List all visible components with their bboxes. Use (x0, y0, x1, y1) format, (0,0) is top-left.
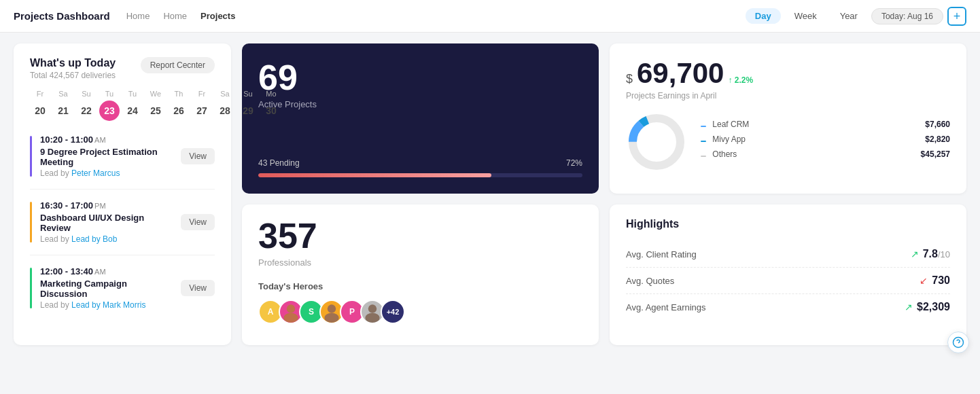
svg-point-4 (283, 313, 298, 323)
highlight-row-quotes: Avg. Quotes ↙ 730 (626, 268, 950, 294)
add-button[interactable]: + (947, 7, 966, 26)
cal-day-28[interactable]: Sa 28 (215, 90, 235, 121)
highlight-value-wrap-earnings: ↗ $2,309 (905, 301, 950, 313)
event-lead-2: Lead by Lead by Bob (40, 234, 173, 244)
avatars-row: A S P +42 (258, 300, 582, 324)
year-filter-button[interactable]: Year (830, 8, 867, 24)
cal-day-num-active: 23 (99, 101, 120, 121)
main-content: 69 Active Projects 43 Pending 72% $ 69,7… (0, 33, 980, 356)
highlight-value-wrap-rating: ↗ 7.8/10 (911, 248, 950, 260)
cal-day-24[interactable]: Tu 24 (122, 90, 143, 121)
event-2: 16:30 - 17:00PM Dashboard UI/UX Design R… (30, 200, 215, 255)
time-filter-group: Day Week Year Today: Aug 16 + (746, 7, 966, 26)
pending-section: 43 Pending 72% (258, 158, 582, 177)
week-filter-button[interactable]: Week (785, 8, 826, 24)
cal-day-name: Su (82, 90, 90, 98)
event-view-button-3[interactable]: View (181, 280, 215, 296)
today-header: What's up Today Total 424,567 deliveries… (30, 57, 215, 80)
earnings-body: Leaf CRM $7,660 Mivy App $2,820 Others (626, 111, 950, 173)
highlight-row-earnings: Avg. Agent Earnings ↗ $2,309 (626, 294, 950, 320)
cal-day-num: 20 (30, 101, 50, 121)
highlights-card: Highlights Avg. Client Rating ↗ 7.8/10 A… (610, 204, 966, 345)
earnings-card: $ 69,700 ↑ 2.2% Projects Earnings in Apr… (610, 43, 966, 194)
nav-link-home1[interactable]: Home (126, 11, 150, 21)
svg-point-7 (368, 304, 377, 312)
progress-bar-background (258, 173, 582, 177)
arrow-down-quotes: ↙ (920, 275, 928, 286)
svg-point-5 (328, 304, 336, 312)
avatar-more: +42 (381, 300, 405, 324)
highlights-title: Highlights (626, 218, 950, 230)
cal-day-name: Tu (105, 90, 113, 98)
highlight-label-quotes: Avg. Quotes (626, 276, 674, 286)
event-time-3: 12:00 - 13:40AM (40, 266, 173, 276)
cal-day-name: Fr (198, 90, 205, 98)
svg-point-3 (287, 304, 295, 312)
legend-item-others: Others $45,257 (701, 149, 950, 159)
legend-name-leaf: Leaf CRM (712, 120, 749, 129)
help-float-button[interactable] (947, 332, 969, 353)
active-projects-label: Active Projects (258, 99, 582, 109)
top-navigation: Projects Dashboard Home Home Projects Da… (0, 0, 980, 33)
cal-day-25[interactable]: We 25 (145, 90, 166, 121)
earnings-amount: 69,700 (637, 57, 724, 90)
whats-up-today-card: What's up Today Total 424,567 deliveries… (14, 43, 231, 345)
report-center-button[interactable]: Report Cecnter (141, 57, 215, 73)
legend-dot-leaf (701, 126, 706, 127)
nav-links: Home Home Projects (126, 11, 735, 21)
cal-day-26[interactable]: Th 26 (169, 90, 189, 121)
event-lead-link-2[interactable]: Lead by Bob (71, 234, 117, 244)
day-filter-button[interactable]: Day (746, 8, 781, 24)
cal-day-20[interactable]: Fr 20 (30, 90, 50, 121)
donut-svg (626, 111, 687, 173)
professionals-number: 357 (258, 218, 582, 253)
cal-day-22[interactable]: Su 22 (76, 90, 97, 121)
legend-dot-mivy (701, 141, 706, 142)
cal-day-name: Fr (37, 90, 43, 98)
event-title-3: Marketing Campaign Discussion (40, 279, 173, 299)
cal-day-23-active[interactable]: Tu 23 (99, 90, 120, 121)
legend-value-others: $45,257 (921, 149, 950, 159)
cal-day-num: 28 (215, 101, 235, 121)
event-lead-link-1[interactable]: Peter Marcus (71, 168, 120, 178)
nav-link-projects[interactable]: Projects (200, 11, 235, 21)
event-lead-1: Lead by Peter Marcus (40, 168, 173, 178)
calendar-row: Fr 20 Sa 21 Su 22 Tu 23 Tu 24 We 25 (30, 90, 215, 121)
highlight-value-quotes: 730 (932, 274, 950, 287)
event-1: 10:20 - 11:00AM 9 Degree Project Estimat… (30, 135, 215, 190)
app-logo: Projects Dashboard (14, 10, 110, 22)
cal-day-name: Th (175, 90, 183, 98)
active-projects-card: 69 Active Projects 43 Pending 72% (242, 43, 599, 194)
event-view-button-1[interactable]: View (181, 148, 215, 164)
earnings-dollar-sign: $ (626, 72, 633, 86)
cal-day-30[interactable]: Mo 30 (261, 90, 281, 121)
event-bar-1 (30, 136, 32, 177)
cal-day-21[interactable]: Sa 21 (53, 90, 73, 121)
highlight-row-rating: Avg. Client Rating ↗ 7.8/10 (626, 241, 950, 268)
cal-day-num: 21 (53, 101, 73, 121)
legend-dot-others (701, 156, 706, 157)
today-title: What's up Today (30, 57, 116, 69)
cal-day-num: 27 (192, 101, 212, 121)
event-lead-link-3[interactable]: Lead by Mark Morris (71, 300, 145, 310)
legend-item-leaf: Leaf CRM $7,660 (701, 120, 950, 129)
cal-day-name: Su (243, 90, 252, 98)
cal-day-27[interactable]: Fr 27 (192, 90, 212, 121)
progress-bar-fill (258, 173, 491, 177)
cal-day-num: 30 (261, 101, 281, 121)
nav-link-home2[interactable]: Home (163, 11, 187, 21)
professionals-card: 357 Professionals Today's Heroes A S P +… (242, 204, 599, 345)
cal-day-29[interactable]: Su 29 (238, 90, 258, 121)
event-3: 12:00 - 13:40AM Marketing Campaign Discu… (30, 266, 215, 321)
earnings-legend: Leaf CRM $7,660 Mivy App $2,820 Others (701, 120, 950, 164)
cal-day-name: Sa (220, 90, 229, 98)
event-view-button-2[interactable]: View (181, 214, 215, 230)
event-bar-2 (30, 202, 32, 243)
cal-day-name: We (150, 90, 161, 98)
svg-point-6 (324, 313, 338, 323)
arrow-up-rating: ↗ (911, 249, 919, 259)
legend-name-mivy: Mivy App (712, 135, 746, 144)
earnings-header: $ 69,700 ↑ 2.2% (626, 57, 950, 90)
highlight-value-earnings: $2,309 (917, 301, 950, 313)
cal-day-num: 25 (145, 101, 166, 121)
